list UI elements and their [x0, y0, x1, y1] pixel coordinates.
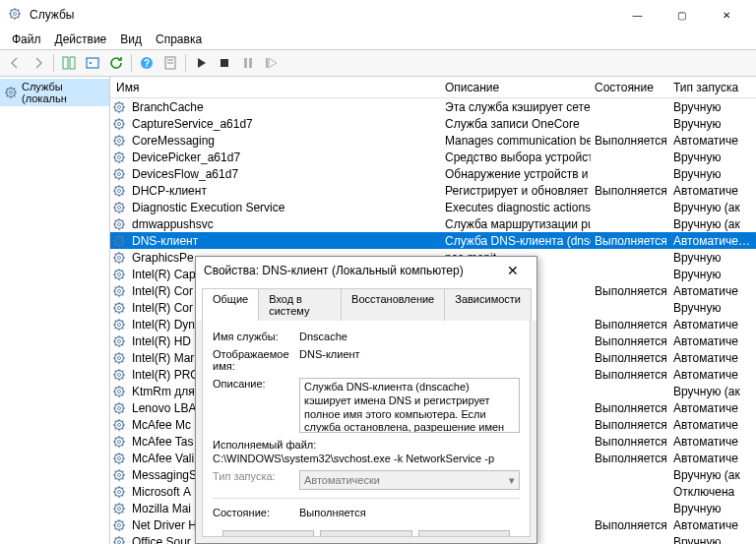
cell-start: Автоматиче	[669, 367, 756, 383]
cell-name: DNS-клиент	[128, 233, 441, 249]
gear-icon	[112, 351, 126, 365]
cell-state: Выполняется	[591, 333, 669, 349]
gear-icon	[112, 468, 126, 482]
gear-icon	[112, 251, 126, 265]
gear-icon	[112, 217, 126, 231]
cell-state	[591, 474, 669, 476]
cell-start: Вручную	[669, 300, 756, 316]
menu-help[interactable]: Справка	[150, 30, 208, 48]
window-controls: — ▢ ✕	[615, 1, 748, 30]
tab-general[interactable]: Общие	[202, 288, 259, 321]
col-header-desc[interactable]: Описание	[439, 78, 589, 97]
dialog-tabs: Общие Вход в систему Восстановление Зави…	[196, 284, 536, 321]
cell-desc: Эта служба кэширует сетев…	[441, 99, 591, 115]
table-row[interactable]: CoreMessagingManages communication bet…В…	[110, 132, 756, 149]
toolbar-btn-2[interactable]	[82, 52, 103, 74]
cell-state: Выполняется	[591, 451, 669, 466]
gear-icon	[112, 368, 126, 382]
tab-logon[interactable]: Вход в систему	[258, 288, 342, 321]
cell-start: Автоматиче	[669, 333, 756, 349]
forward-button[interactable]	[28, 52, 49, 74]
cell-state	[591, 491, 669, 493]
dialog-body: Имя службы: Dnscache Отображаемое имя: D…	[202, 321, 531, 537]
label-display-name: Отображаемое имя:	[213, 348, 293, 372]
stop-button[interactable]	[214, 52, 235, 74]
separator	[131, 54, 132, 72]
stop-button[interactable]: Остановить	[320, 530, 411, 537]
startup-select[interactable]: Автоматически ▾	[299, 470, 520, 490]
svg-point-5	[90, 62, 92, 64]
cell-state: Выполняется	[591, 367, 669, 383]
help-button[interactable]: ?	[136, 52, 158, 74]
dialog-title: Свойства: DNS-клиент (Локальный компьюте…	[204, 264, 497, 277]
separator	[53, 54, 54, 72]
menu-view[interactable]: Вид	[114, 30, 148, 48]
table-row[interactable]: Diagnostic Execution ServiceExecutes dia…	[110, 199, 756, 215]
cell-state: Выполняется	[591, 517, 669, 533]
svg-rect-11	[220, 59, 228, 67]
menu-action[interactable]: Действие	[49, 30, 113, 48]
cell-state	[591, 156, 669, 158]
value-description[interactable]: Служба DNS-клиента (dnscache) кэширует и…	[299, 378, 520, 433]
toolbar-btn-1[interactable]	[58, 52, 80, 74]
table-row[interactable]: DNS-клиентСлужба DNS-клиента (dnsca…Выпо…	[110, 232, 756, 249]
value-service-name[interactable]: Dnscache	[299, 331, 347, 342]
svg-rect-2	[63, 57, 68, 69]
start-button[interactable]: Запустить	[222, 530, 314, 537]
col-header-start[interactable]: Тип запуска	[667, 78, 756, 97]
cell-state: Выполняется	[591, 283, 669, 299]
tree-root-services[interactable]: Службы (локальн	[0, 79, 109, 106]
cell-name: BranchCache	[128, 99, 441, 115]
col-header-name[interactable]: Имя	[110, 78, 439, 97]
close-button[interactable]: ✕	[704, 1, 748, 30]
cell-start: Вручную	[669, 501, 756, 516]
cell-start: Вручную	[669, 250, 756, 266]
maximize-button[interactable]: ▢	[660, 1, 704, 30]
table-row[interactable]: dmwappushsvcСлужба маршрутизации pu…Вруч…	[110, 215, 756, 232]
menu-file[interactable]: Файл	[6, 30, 47, 48]
table-row[interactable]: CaptureService_a61d7Служба записи OneCor…	[110, 115, 756, 132]
pause-button[interactable]: Приостанов	[418, 530, 510, 537]
cell-start: Вручную	[669, 534, 756, 545]
gear-icon	[112, 234, 126, 248]
back-button[interactable]	[4, 52, 26, 74]
menubar: Файл Действие Вид Справка	[0, 30, 756, 49]
cell-name: CaptureService_a61d7	[128, 116, 441, 132]
table-row[interactable]: DHCP-клиентРегистрирует и обновляет I…Вы…	[110, 182, 756, 199]
cell-desc: Executes diagnostic actions f…	[441, 200, 591, 215]
cell-name: dmwappushsvc	[128, 216, 441, 232]
gear-icon	[112, 401, 126, 415]
cell-desc: Служба записи OneCore	[441, 116, 591, 132]
cell-state: Выполняется	[591, 317, 669, 332]
restart-button[interactable]	[261, 52, 283, 74]
cell-state: Выполняется	[591, 233, 669, 249]
dialog-buttons: Запустить Остановить Приостанов	[213, 524, 520, 537]
table-row[interactable]: DevicePicker_a61d7Средство выбора устрой…	[110, 149, 756, 165]
cell-name: Diagnostic Execution Service	[128, 200, 441, 215]
play-button[interactable]	[190, 52, 212, 74]
cell-start: Вручную	[669, 116, 756, 132]
gear-icon	[112, 301, 126, 315]
tab-deps[interactable]: Зависимости	[444, 288, 532, 321]
gear-icon	[112, 318, 126, 332]
gear-icon	[4, 86, 18, 99]
gear-icon	[112, 100, 126, 114]
pause-button[interactable]	[237, 52, 259, 74]
table-row[interactable]: DevicesFlow_a61d7Обнаружение устройств и…	[110, 165, 756, 182]
refresh-button[interactable]	[105, 52, 127, 74]
separator	[185, 54, 186, 72]
cell-start: Вручную	[669, 166, 756, 182]
dialog-close-button[interactable]: ✕	[497, 259, 529, 282]
minimize-button[interactable]: —	[615, 1, 660, 30]
col-header-state[interactable]: Состояние	[589, 78, 667, 97]
table-row[interactable]: BranchCacheЭта служба кэширует сетев…Вру…	[110, 98, 756, 115]
cell-state	[591, 223, 669, 225]
cell-start: Вручную (ак	[669, 216, 756, 232]
tree-panel: Службы (локальн	[0, 77, 110, 544]
tab-recovery[interactable]: Восстановление	[341, 288, 445, 321]
cell-start: Автоматиче	[669, 434, 756, 450]
cell-name: DHCP-клиент	[128, 183, 441, 199]
toolbar: ?	[0, 49, 756, 77]
gear-icon	[112, 485, 126, 499]
properties-button[interactable]	[159, 52, 181, 74]
